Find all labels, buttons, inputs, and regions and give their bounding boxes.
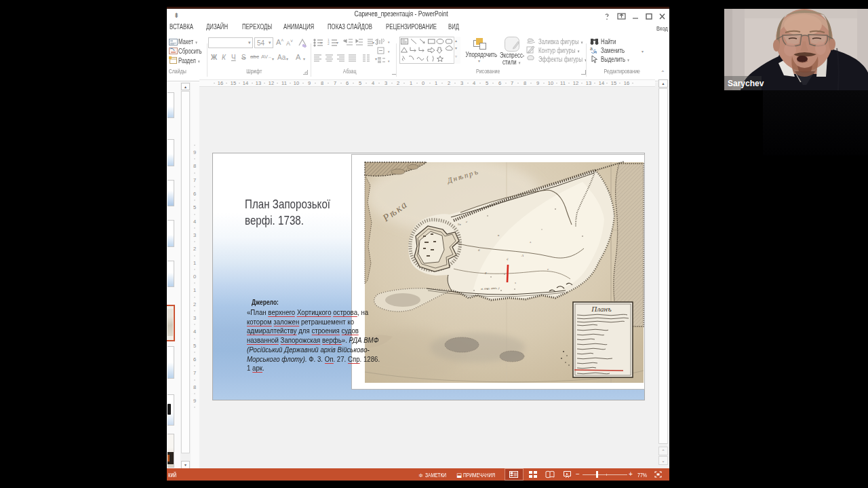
svg-text:12: 12 bbox=[573, 80, 578, 86]
svg-text:4: 4 bbox=[473, 80, 475, 86]
svg-text:9: 9 bbox=[193, 149, 196, 155]
svg-text:7: 7 bbox=[511, 80, 513, 86]
svg-text:6: 6 bbox=[193, 356, 196, 362]
svg-text:9: 9 bbox=[308, 80, 311, 86]
svg-text:Sarychev: Sarychev bbox=[728, 79, 764, 88]
svg-text:7: 7 bbox=[334, 80, 336, 86]
svg-text:Планъ: Планъ bbox=[591, 305, 612, 313]
svg-text:11: 11 bbox=[281, 80, 287, 86]
svg-text:9: 9 bbox=[536, 80, 539, 86]
svg-text:2: 2 bbox=[397, 80, 399, 86]
svg-text:a: a bbox=[590, 46, 593, 51]
svg-text:2: 2 bbox=[328, 41, 330, 45]
svg-text:▾: ▾ bbox=[388, 50, 390, 54]
svg-text:8: 8 bbox=[193, 163, 196, 169]
svg-text:0: 0 bbox=[193, 274, 196, 280]
svg-text:4: 4 bbox=[372, 80, 374, 86]
svg-text:13: 13 bbox=[586, 80, 591, 86]
svg-text:3: 3 bbox=[384, 80, 387, 86]
svg-text:8: 8 bbox=[321, 80, 323, 86]
svg-text:1: 1 bbox=[193, 287, 196, 293]
svg-text:3: 3 bbox=[193, 232, 196, 238]
svg-text:10: 10 bbox=[294, 80, 299, 86]
svg-text:8: 8 bbox=[524, 80, 526, 86]
svg-text:14: 14 bbox=[599, 80, 604, 86]
svg-text:5: 5 bbox=[193, 204, 196, 210]
svg-text:7: 7 bbox=[193, 177, 196, 183]
svg-text:▾: ▾ bbox=[388, 40, 390, 44]
svg-text:1: 1 bbox=[193, 260, 196, 266]
svg-text:0: 0 bbox=[422, 80, 425, 86]
svg-text:1: 1 bbox=[435, 80, 437, 86]
svg-text:16: 16 bbox=[624, 80, 629, 86]
svg-text:9: 9 bbox=[193, 398, 196, 404]
svg-text:15: 15 bbox=[231, 80, 236, 86]
svg-text:≡c: ≡c bbox=[458, 223, 462, 226]
svg-text:5: 5 bbox=[193, 343, 196, 349]
svg-text:3: 3 bbox=[193, 315, 196, 321]
svg-text:4: 4 bbox=[193, 219, 196, 225]
svg-text:7: 7 bbox=[193, 370, 196, 376]
svg-text:10: 10 bbox=[548, 80, 553, 86]
svg-text:16: 16 bbox=[218, 80, 223, 86]
svg-text:2: 2 bbox=[193, 246, 196, 252]
svg-text:5: 5 bbox=[486, 80, 488, 86]
svg-text:3: 3 bbox=[460, 80, 463, 86]
svg-text:6: 6 bbox=[193, 191, 196, 197]
svg-text:12: 12 bbox=[269, 80, 274, 86]
svg-text:s: s bbox=[515, 281, 516, 284]
svg-text:2: 2 bbox=[448, 80, 450, 86]
svg-text:6: 6 bbox=[346, 80, 349, 86]
svg-text:4: 4 bbox=[193, 329, 196, 335]
svg-text:5: 5 bbox=[359, 80, 361, 86]
svg-text:13: 13 bbox=[256, 80, 261, 86]
svg-text:11: 11 bbox=[560, 80, 566, 86]
svg-text:8: 8 bbox=[193, 384, 196, 390]
svg-text:14: 14 bbox=[243, 80, 248, 86]
svg-text:15: 15 bbox=[611, 80, 616, 86]
svg-text:▾: ▾ bbox=[388, 59, 390, 63]
svg-text:1: 1 bbox=[410, 80, 412, 86]
svg-text:6: 6 bbox=[498, 80, 501, 86]
svg-text:2: 2 bbox=[193, 301, 196, 307]
